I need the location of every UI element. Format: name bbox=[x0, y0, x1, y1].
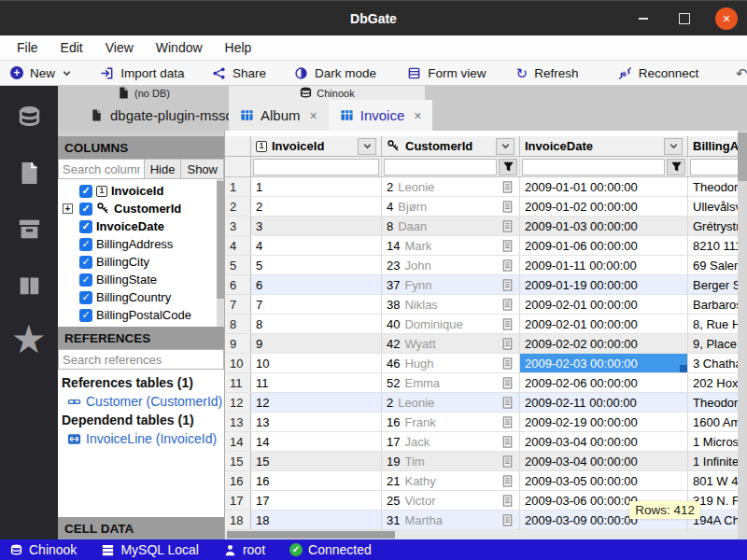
cell-customerid[interactable]: 19Tim bbox=[382, 452, 520, 470]
selection-handle[interactable] bbox=[680, 365, 687, 372]
cell-billingaddress[interactable]: 8210 111 ST NW bbox=[688, 236, 738, 255]
cell-invoiceid[interactable]: 17 bbox=[251, 491, 382, 510]
open-reference-icon[interactable] bbox=[500, 200, 514, 214]
column-menu-button[interactable] bbox=[496, 138, 514, 155]
cell-customerid[interactable]: 37Fynn bbox=[382, 275, 520, 294]
maximize-button[interactable] bbox=[674, 8, 695, 29]
cell-customerid[interactable]: 38Niklas bbox=[382, 295, 520, 314]
menu-help[interactable]: Help bbox=[216, 38, 261, 57]
cell-invoiceid[interactable]: 4 bbox=[251, 236, 382, 255]
cell-billingaddress[interactable]: 1600 Amphitheatre Parkway bbox=[688, 413, 738, 431]
open-reference-icon[interactable] bbox=[500, 317, 514, 331]
cell-invoiceid[interactable]: 3 bbox=[251, 217, 382, 235]
cell-invoicedate[interactable]: 2009-03-04 00:00:00 bbox=[520, 452, 688, 470]
cell-invoiceid[interactable]: 10 bbox=[251, 354, 382, 372]
column-item-billingstate[interactable]: ✓BillingState bbox=[61, 271, 224, 288]
cell-billingaddress[interactable]: Theodor-Heuss-Straße 34 bbox=[688, 177, 738, 196]
filter-input-invoicedate[interactable] bbox=[522, 159, 665, 175]
open-reference-icon[interactable] bbox=[500, 180, 514, 194]
tab-close-icon[interactable]: × bbox=[310, 108, 317, 123]
cell-customerid[interactable]: 31Martha bbox=[382, 511, 520, 529]
cell-customerid[interactable]: 4Bjørn bbox=[382, 197, 520, 216]
cell-invoiceid[interactable]: 13 bbox=[251, 413, 382, 431]
toolbar-share-button[interactable]: Share bbox=[201, 61, 277, 85]
open-reference-icon[interactable] bbox=[500, 278, 514, 292]
cell-invoicedate[interactable]: 2009-01-11 00:00:00 bbox=[520, 256, 688, 274]
column-header-invoiceid[interactable]: 1InvoiceId bbox=[251, 136, 382, 156]
toolbar-import-data-button[interactable]: Import data bbox=[84, 61, 201, 85]
cell-invoiceid[interactable]: 18 bbox=[251, 511, 382, 529]
cell-billingaddress[interactable]: 3 Chatham Street bbox=[688, 354, 738, 372]
sidebar-archive-icon[interactable] bbox=[15, 215, 43, 243]
show-button[interactable]: Show bbox=[181, 159, 224, 179]
reference-link[interactable]: InvoiceLine (InvoiceId) bbox=[62, 429, 224, 448]
open-reference-icon[interactable] bbox=[500, 219, 514, 233]
toolbar-reconnect-button[interactable]: Reconnect bbox=[594, 61, 723, 85]
open-reference-icon[interactable] bbox=[500, 415, 514, 429]
cell-customerid[interactable]: 40Dominique bbox=[382, 315, 520, 333]
cell-invoicedate[interactable]: 2009-02-06 00:00:00 bbox=[520, 373, 688, 392]
row-number[interactable]: 4 bbox=[225, 236, 251, 255]
open-reference-icon[interactable] bbox=[500, 435, 514, 449]
filter-icon[interactable] bbox=[499, 159, 517, 175]
row-number[interactable]: 16 bbox=[225, 471, 251, 490]
hide-button[interactable]: Hide bbox=[145, 159, 182, 179]
cell-invoiceid[interactable]: 6 bbox=[251, 275, 382, 294]
cell-customerid[interactable]: 2Leonie bbox=[382, 393, 520, 412]
cell-invoiceid[interactable]: 11 bbox=[251, 373, 382, 392]
cell-invoiceid[interactable]: 5 bbox=[251, 256, 382, 274]
column-item-billingpostalcode[interactable]: ✓BillingPostalCode bbox=[61, 306, 224, 324]
cell-customerid[interactable]: 2Leonie bbox=[382, 177, 520, 196]
cell-invoiceid[interactable]: 14 bbox=[251, 432, 382, 451]
toolbar-new-button[interactable]: +New bbox=[0, 61, 84, 85]
open-reference-icon[interactable] bbox=[500, 376, 514, 390]
menu-view[interactable]: View bbox=[96, 38, 143, 57]
checkbox-checked-icon[interactable]: ✓ bbox=[79, 203, 92, 216]
cell-invoiceid[interactable]: 1 bbox=[251, 177, 382, 196]
cell-invoicedate[interactable]: 2009-01-06 00:00:00 bbox=[520, 236, 688, 255]
cell-customerid[interactable]: 42Wyatt bbox=[382, 334, 520, 353]
open-reference-icon[interactable] bbox=[500, 494, 514, 508]
column-menu-button[interactable] bbox=[664, 138, 683, 155]
sidebar-star-icon[interactable]: ★ bbox=[15, 327, 43, 355]
cell-customerid[interactable]: 8Daan bbox=[382, 217, 520, 235]
cell-customerid[interactable]: 16Frank bbox=[382, 413, 520, 431]
status-chinook[interactable]: Chinook bbox=[9, 542, 77, 557]
column-item-billingcity[interactable]: ✓BillingCity bbox=[61, 253, 224, 271]
row-number[interactable]: 2 bbox=[225, 197, 251, 216]
column-item-billingcountry[interactable]: ✓BillingCountry bbox=[61, 288, 224, 306]
tab-album[interactable]: Album× bbox=[229, 100, 329, 131]
cell-invoicedate[interactable]: 2009-02-03 00:00:00 bbox=[520, 354, 688, 372]
row-number[interactable]: 12 bbox=[225, 393, 251, 412]
cell-invoiceid[interactable]: 12 bbox=[251, 393, 382, 412]
row-number[interactable]: 9 bbox=[225, 334, 251, 353]
checkbox-checked-icon[interactable]: ✓ bbox=[79, 291, 92, 304]
cell-billingaddress[interactable]: 801 W 4th Street bbox=[688, 471, 738, 490]
column-item-customerid[interactable]: +✓CustomerId bbox=[61, 200, 224, 217]
row-number[interactable]: 11 bbox=[225, 373, 251, 392]
cell-customerid[interactable]: 52Emma bbox=[382, 373, 520, 392]
cell-invoiceid[interactable]: 7 bbox=[251, 295, 382, 314]
cell-customerid[interactable]: 23John bbox=[382, 256, 520, 274]
cell-invoiceid[interactable]: 2 bbox=[251, 197, 382, 216]
row-number[interactable]: 10 bbox=[225, 354, 251, 372]
row-number[interactable]: 8 bbox=[225, 315, 251, 333]
tab-invoice[interactable]: Invoice× bbox=[329, 100, 433, 131]
row-number[interactable]: 5 bbox=[225, 256, 251, 274]
cell-billingaddress[interactable]: 8, Rue Hanovre bbox=[688, 315, 738, 333]
menu-edit[interactable]: Edit bbox=[51, 38, 92, 57]
cell-billingaddress[interactable]: Ullevålsveien 14 bbox=[688, 197, 738, 216]
cell-invoiceid[interactable]: 8 bbox=[251, 315, 382, 333]
row-number[interactable]: 14 bbox=[225, 432, 251, 451]
expand-icon[interactable]: + bbox=[63, 203, 73, 214]
row-number[interactable]: 17 bbox=[225, 491, 251, 510]
cell-invoiceid[interactable]: 9 bbox=[251, 334, 382, 353]
cell-invoicedate[interactable]: 2009-02-19 00:00:00 bbox=[520, 413, 688, 431]
tab-close-icon[interactable]: × bbox=[414, 108, 421, 123]
cell-billingaddress[interactable]: 69 Salem Street bbox=[688, 256, 738, 274]
checkbox-checked-icon[interactable]: ✓ bbox=[79, 185, 92, 198]
open-reference-icon[interactable] bbox=[500, 337, 514, 351]
row-number[interactable]: 18 bbox=[225, 511, 251, 529]
filter-input-customerid[interactable] bbox=[384, 159, 497, 175]
reference-link[interactable]: Customer (CustomerId) bbox=[62, 392, 224, 411]
